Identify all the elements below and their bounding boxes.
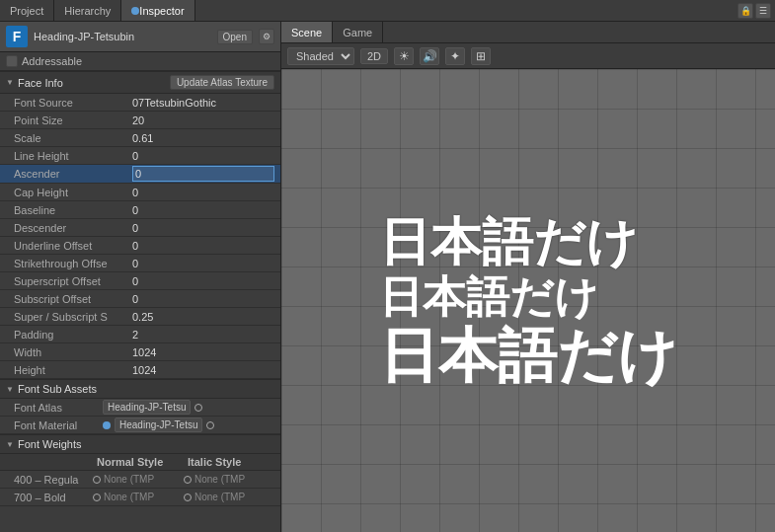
font-atlas-label: Font Atlas [14, 402, 103, 414]
shaded-dropdown[interactable]: Shaded [287, 47, 354, 65]
tab-scene-label: Scene [291, 27, 322, 38]
tab-scene[interactable]: Scene [281, 22, 333, 42]
tab-controls: 🔒 ☰ [737, 0, 775, 21]
font-source-value: 07TetsubinGothic [132, 97, 216, 109]
font-material-value-container: Heading-JP-Tetsu [103, 418, 274, 432]
super-sub-value: 0.25 [132, 311, 153, 323]
font-weights-col-headers: Normal Style Italic Style [0, 454, 280, 471]
addressable-row: Addressable [0, 52, 280, 71]
baseline-label: Baseline [14, 204, 132, 216]
super-sub-label: Super / Subscript S [14, 311, 132, 323]
scene-toolbar: Shaded 2D ☀ 🔊 ✦ ⊞ [281, 43, 775, 69]
japanese-text-line3: 日本語だけ [379, 327, 677, 386]
tab-game-label: Game [343, 27, 372, 38]
sun-icon[interactable]: ☀ [394, 47, 414, 65]
underline-offset-row: Underline Offset 0 [0, 237, 280, 255]
audio-icon[interactable]: 🔊 [420, 47, 439, 65]
font-sub-assets-section-header[interactable]: ▼ Font Sub Assets [0, 379, 280, 399]
tab-hierarchy[interactable]: Hierarchy [54, 0, 121, 21]
cap-height-label: Cap Height [14, 187, 132, 198]
font-weights-label: Font Weights [18, 438, 82, 450]
baseline-value: 0 [132, 204, 138, 216]
scene-canvas: 日本語だけ 日本語だけ 日本語だけ [281, 69, 775, 532]
height-row: Height 1024 [0, 361, 280, 379]
weight-400-italic-value: None (TMP [194, 474, 245, 485]
underline-offset-value: 0 [132, 240, 138, 252]
subscript-label: Subscript Offset [14, 293, 132, 305]
weight-700-italic-dot-icon [184, 494, 192, 501]
scale-label: Scale [14, 132, 132, 144]
lock-icon[interactable]: 🔒 [737, 3, 753, 19]
inspector-title: Heading-JP-Tetsubin [34, 31, 211, 42]
line-height-label: Line Height [14, 150, 132, 162]
font-atlas-asset: Heading-JP-Tetsu [103, 400, 191, 415]
weight-400-normal-value: None (TMP [104, 474, 154, 485]
scale-value: 0.61 [132, 132, 153, 144]
font-atlas-dot-icon[interactable] [194, 404, 202, 412]
line-height-value: 0 [132, 150, 138, 162]
ascender-row: Ascender [0, 165, 280, 184]
menu-icon[interactable]: ☰ [755, 3, 771, 19]
font-material-asset: Heading-JP-Tetsu [115, 418, 202, 432]
inspector-settings-icon[interactable]: ⚙ [259, 29, 274, 44]
tab-project-label: Project [10, 5, 43, 17]
weight-700-row: 700 – Bold None (TMP None (TMP [0, 489, 280, 506]
main-area: F Heading-JP-Tetsubin Open ⚙ Addressable… [0, 22, 775, 532]
italic-style-col-header: Italic Style [188, 456, 274, 468]
ascender-input[interactable] [132, 166, 274, 182]
effects-icon[interactable]: ✦ [445, 47, 465, 65]
font-material-dot-icon [103, 421, 111, 429]
weight-400-italic: None (TMP [184, 474, 274, 485]
addressable-checkbox[interactable] [6, 55, 18, 67]
super-sub-row: Super / Subscript S 0.25 [0, 308, 280, 326]
strikethrough-value: 0 [132, 258, 138, 269]
weight-400-italic-dot-icon [184, 476, 192, 484]
font-material-pick-icon[interactable] [206, 421, 214, 429]
descender-value: 0 [132, 222, 138, 234]
top-tab-bar: Project Hierarchy Inspector 🔒 ☰ [0, 0, 775, 22]
font-weights-triangle: ▼ [6, 440, 14, 449]
strikethrough-row: Strikethrough Offse 0 [0, 255, 280, 272]
superscript-row: Superscript Offset 0 [0, 272, 280, 290]
font-material-label: Font Material [14, 419, 103, 431]
width-label: Width [14, 346, 132, 358]
overlay-icon[interactable]: ⊞ [471, 47, 491, 65]
scale-row: Scale 0.61 [0, 129, 280, 147]
japanese-text-line1: 日本語だけ [379, 216, 638, 267]
update-atlas-button[interactable]: Update Atlas Texture [170, 75, 274, 90]
font-sub-assets-triangle: ▼ [6, 385, 14, 394]
point-size-label: Point Size [14, 114, 132, 126]
face-info-label: Face Info [18, 77, 63, 89]
height-value: 1024 [132, 364, 156, 376]
japanese-text-container: 日本語だけ 日本語だけ 日本語だけ [359, 196, 697, 406]
descender-label: Descender [14, 222, 132, 234]
point-size-row: Point Size 20 [0, 112, 280, 129]
font-sub-assets-label: Font Sub Assets [18, 383, 97, 395]
subscript-value: 0 [132, 293, 138, 305]
underline-offset-label: Underline Offset [14, 240, 132, 252]
ascender-label: Ascender [14, 168, 132, 180]
height-label: Height [14, 364, 132, 376]
open-button[interactable]: Open [217, 30, 253, 44]
font-icon: F [6, 26, 28, 47]
scene-game-tabs: Scene Game [281, 22, 775, 43]
inspector-header: F Heading-JP-Tetsubin Open ⚙ [0, 22, 280, 52]
tab-project[interactable]: Project [0, 0, 54, 21]
tab-game[interactable]: Game [333, 22, 383, 42]
tab-inspector-label: Inspector [139, 5, 184, 17]
2d-button[interactable]: 2D [360, 48, 388, 64]
strikethrough-label: Strikethrough Offse [14, 258, 132, 269]
weight-700-italic: None (TMP [184, 492, 274, 502]
face-info-section-header[interactable]: ▼ Face Info Update Atlas Texture [0, 71, 280, 94]
tab-inspector[interactable]: Inspector [121, 0, 194, 21]
japanese-text-line2: 日本語だけ [379, 275, 598, 319]
width-value: 1024 [132, 346, 156, 358]
font-atlas-row: Font Atlas Heading-JP-Tetsu [0, 399, 280, 417]
width-row: Width 1024 [0, 343, 280, 361]
font-weights-section-header[interactable]: ▼ Font Weights [0, 434, 280, 454]
superscript-label: Superscript Offset [14, 275, 132, 287]
font-atlas-value-container: Heading-JP-Tetsu [103, 400, 274, 415]
weight-700-normal-value: None (TMP [104, 492, 154, 502]
padding-label: Padding [14, 329, 132, 341]
line-height-row: Line Height 0 [0, 147, 280, 165]
